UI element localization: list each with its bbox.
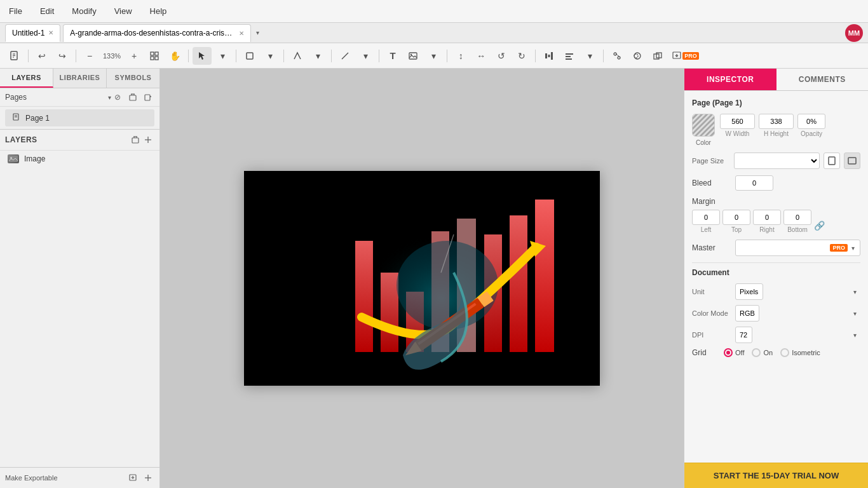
sep1 — [28, 50, 29, 62]
pages-add-btn[interactable] — [142, 91, 154, 104]
grid-on-radio[interactable] — [752, 348, 761, 357]
tab-article[interactable]: A-grande-arma-dos-desenhistas-contra-a-c… — [63, 24, 251, 42]
image-dropdown[interactable]: ▾ — [424, 47, 443, 65]
layers-section: Layers Image — [0, 129, 159, 467]
layer-item-image[interactable]: Image — [0, 151, 159, 167]
menu-edit[interactable]: Edit — [36, 4, 58, 18]
landscape-toggle[interactable] — [844, 152, 860, 169]
page-name-1: Page 1 — [25, 114, 50, 123]
grid-iso-label: Isometric — [792, 349, 820, 356]
grid-off[interactable]: Off — [724, 348, 744, 357]
canvas-svg — [244, 171, 600, 386]
tab-close-article[interactable]: ✕ — [239, 30, 244, 37]
distribute-tool[interactable] — [539, 47, 559, 65]
rotate-cw-tool[interactable]: ↻ — [512, 47, 531, 65]
grid-off-radio[interactable] — [724, 348, 733, 357]
page-size-select[interactable] — [734, 152, 820, 169]
text-tool[interactable]: T — [383, 47, 402, 65]
margin-right-field: Right — [753, 210, 781, 233]
boolean-tool[interactable] — [648, 47, 667, 65]
grid-on-label: On — [763, 349, 773, 356]
more-align-tool[interactable]: ▾ — [580, 47, 599, 65]
grid-on[interactable]: On — [752, 348, 773, 357]
color-swatch[interactable] — [692, 114, 715, 137]
svg-rect-9 — [247, 53, 253, 59]
redo-button[interactable]: ↪ — [53, 47, 72, 65]
color-mode-label: Color Mode — [692, 309, 730, 317]
page-item-1[interactable]: Page 1 — [5, 109, 154, 126]
flip-v-tool[interactable]: ↕ — [451, 47, 470, 65]
opacity-input[interactable] — [797, 114, 825, 129]
zoom-in-button[interactable]: + — [125, 47, 144, 65]
bleed-row: Bleed — [692, 175, 860, 191]
tab-untitled[interactable]: Untitled-1 ✕ — [5, 24, 60, 42]
menu-file[interactable]: File — [5, 4, 26, 18]
canvas-area[interactable] — [160, 69, 684, 488]
sep7 — [379, 50, 379, 62]
portrait-toggle[interactable] — [824, 152, 840, 169]
flip-h-tool[interactable]: ↔ — [471, 47, 491, 65]
shape-tool[interactable] — [240, 47, 259, 65]
dpi-select[interactable]: 72 — [735, 327, 752, 343]
svg-rect-28 — [130, 95, 136, 100]
pen-dropdown[interactable]: ▾ — [308, 47, 327, 65]
margin-bottom-input[interactable] — [783, 210, 811, 225]
margin-link-icon[interactable]: 🔗 — [814, 220, 825, 233]
zoom-fit-button[interactable] — [145, 47, 164, 65]
export-btn[interactable]: PRO — [668, 47, 703, 65]
layers-delete-btn[interactable] — [129, 133, 142, 146]
tab-inspector[interactable]: INSPECTOR — [684, 69, 776, 90]
master-select[interactable]: PRO ▾ — [735, 240, 860, 256]
tab-symbols[interactable]: SYMBOLS — [107, 69, 159, 88]
line-tool[interactable] — [336, 47, 355, 65]
pan-tool[interactable]: ✋ — [165, 47, 184, 65]
tab-libraries[interactable]: LIBRARIES — [53, 69, 107, 88]
svg-line-21 — [616, 54, 619, 57]
svg-marker-8 — [199, 52, 205, 60]
menu-view[interactable]: View — [111, 4, 136, 18]
pages-filter-btn[interactable]: ⊘ — [111, 91, 124, 104]
mask-tool[interactable] — [628, 47, 647, 65]
tab-dropdown-arrow[interactable]: ▾ — [256, 29, 259, 36]
menu-modify[interactable]: Modify — [68, 4, 100, 18]
unit-select-wrapper: Pixels — [735, 283, 860, 300]
svg-rect-68 — [848, 158, 856, 164]
exportable-bar: Make Exportable — [0, 467, 159, 488]
sep6 — [331, 50, 332, 62]
width-input[interactable] — [720, 114, 755, 129]
export-btn-left[interactable] — [126, 471, 139, 484]
grid-iso-radio[interactable] — [780, 348, 789, 357]
align-tool[interactable] — [560, 47, 579, 65]
margin-top-input[interactable] — [722, 210, 750, 225]
svg-rect-32 — [145, 95, 150, 100]
new-button[interactable] — [5, 47, 24, 65]
zoom-out-button[interactable]: − — [80, 47, 99, 65]
sep3 — [188, 50, 189, 62]
margin-left-input[interactable] — [692, 210, 720, 225]
trial-banner[interactable]: START THE 15-DAY TRIAL NOW — [684, 463, 868, 488]
menu-help[interactable]: Help — [146, 4, 171, 18]
grid-isometric[interactable]: Isometric — [780, 348, 820, 357]
page-size-label: Page Size — [692, 157, 730, 165]
unit-select[interactable]: Pixels — [735, 283, 763, 300]
tab-close-untitled[interactable]: ✕ — [48, 29, 53, 36]
bleed-input[interactable] — [735, 175, 773, 191]
rotate-ccw-tool[interactable]: ↺ — [492, 47, 511, 65]
color-mode-select[interactable]: RGB — [735, 305, 759, 322]
tab-layers[interactable]: LAYERS — [0, 69, 53, 88]
image-tool[interactable] — [403, 47, 423, 65]
export-add-btn[interactable] — [142, 471, 154, 484]
pages-delete-btn[interactable] — [126, 91, 139, 104]
tab-comments[interactable]: COMMENTS — [776, 69, 869, 90]
shape-dropdown[interactable]: ▾ — [261, 47, 280, 65]
svg-rect-4 — [151, 52, 154, 55]
pointer-tool[interactable] — [193, 47, 212, 65]
path-tool[interactable] — [607, 47, 627, 65]
pointer-dropdown[interactable]: ▾ — [213, 47, 232, 65]
height-input[interactable] — [759, 114, 794, 129]
line-dropdown[interactable]: ▾ — [356, 47, 375, 65]
margin-right-input[interactable] — [753, 210, 781, 225]
undo-button[interactable]: ↩ — [32, 47, 51, 65]
layers-add-btn[interactable] — [142, 133, 154, 146]
pen-tool[interactable] — [288, 47, 307, 65]
